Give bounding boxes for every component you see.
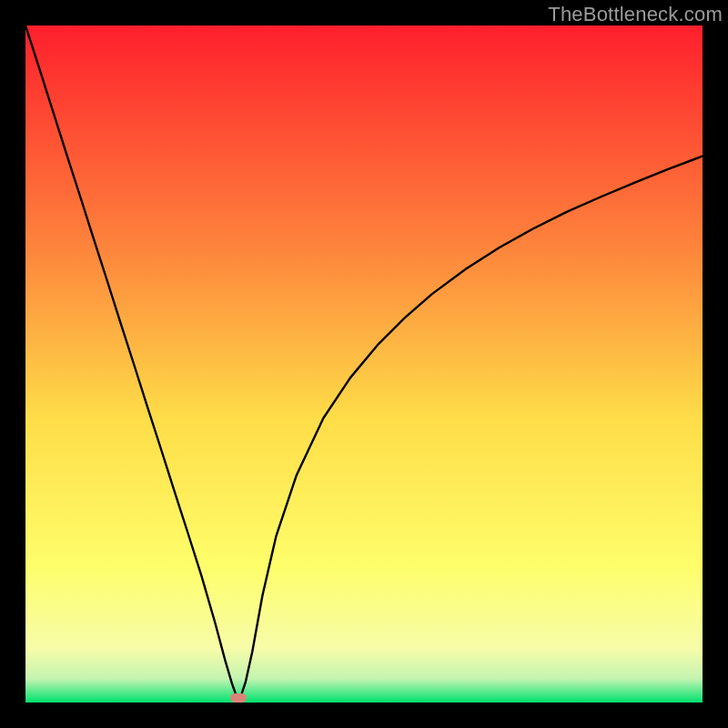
bottleneck-chart bbox=[25, 25, 703, 703]
chart-frame bbox=[25, 25, 703, 703]
watermark-text: TheBottleneck.com bbox=[548, 3, 723, 26]
optimum-marker bbox=[230, 693, 247, 703]
gradient-background bbox=[25, 25, 703, 703]
